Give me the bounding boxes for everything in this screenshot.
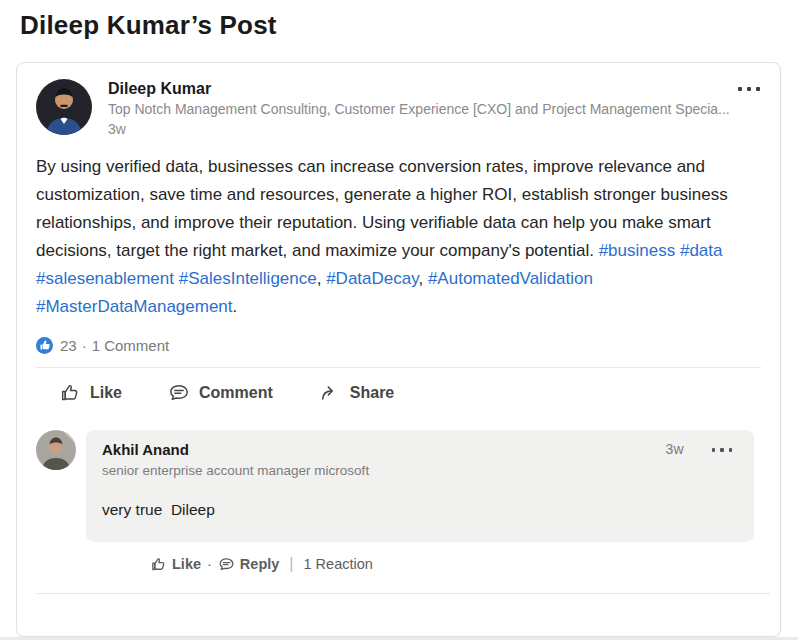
divider — [36, 593, 770, 594]
comment-like-label: Like — [172, 556, 201, 572]
count-separator: · — [82, 337, 87, 354]
post-card: Dileep Kumar Top Notch Management Consul… — [16, 62, 781, 637]
comment-like-button[interactable]: Like — [150, 556, 201, 573]
comment-overflow-menu-icon[interactable] — [706, 440, 739, 460]
hashtag-link[interactable]: #MasterDataManagement — [36, 297, 233, 316]
thumbs-up-icon — [59, 382, 81, 404]
commenter-headline: senior enterprise account manager micros… — [102, 462, 738, 480]
comment-reply-label: Reply — [240, 556, 280, 572]
post-timestamp: 3w — [108, 120, 732, 138]
comment-timestamp: 3w — [666, 441, 684, 457]
commenter-name[interactable]: Akhil Anand — [102, 440, 666, 460]
page-title: Dileep Kumar’s Post — [20, 10, 277, 41]
author-avatar[interactable] — [36, 79, 92, 135]
post-overflow-menu-icon[interactable] — [732, 79, 766, 99]
post-text-segment: . — [233, 297, 238, 316]
comment-section: Akhil Anand 3w senior enterprise account… — [17, 418, 780, 573]
reaction-count[interactable]: 23 — [60, 337, 77, 354]
author-headline: Top Notch Management Consulting, Custome… — [108, 100, 732, 119]
share-arrow-icon — [319, 382, 341, 404]
post-text-segment: , — [418, 269, 427, 288]
comment-count[interactable]: 1 Comment — [92, 337, 170, 354]
comment-header: Akhil Anand 3w — [102, 440, 738, 460]
share-button-label: Share — [350, 384, 394, 402]
commenter-avatar-image — [36, 430, 76, 470]
comment-main: Akhil Anand 3w senior enterprise account… — [86, 430, 754, 573]
post-page: Dileep Kumar’s Post Dileep Kumar Top Not… — [0, 0, 798, 640]
action-dot-separator: · — [207, 556, 212, 572]
thumbs-up-icon — [150, 556, 167, 573]
comment-action-bar: Like · Reply | 1 Reaction — [150, 555, 754, 573]
author-avatar-image — [36, 79, 92, 135]
comment-button[interactable]: Comment — [168, 382, 273, 404]
comment-reaction-count[interactable]: 1 Reaction — [304, 556, 373, 572]
hashtag-link[interactable]: #data — [680, 241, 723, 260]
author-name[interactable]: Dileep Kumar — [108, 79, 732, 99]
post-text-segment: , — [317, 269, 326, 288]
comment-bubble: Akhil Anand 3w senior enterprise account… — [86, 430, 754, 542]
post-body-text: By using verified data, businesses can i… — [36, 153, 760, 321]
hashtag-link[interactable]: #business — [599, 241, 676, 260]
post-header: Dileep Kumar Top Notch Management Consul… — [17, 63, 780, 138]
hashtag-link[interactable]: #DataDecay — [326, 269, 418, 288]
comment-bubble-icon — [168, 382, 190, 404]
author-info: Dileep Kumar Top Notch Management Consul… — [108, 79, 732, 138]
hashtag-link[interactable]: #AutomatedValidation — [428, 269, 593, 288]
commenter-avatar[interactable] — [36, 430, 76, 470]
like-button[interactable]: Like — [59, 382, 122, 404]
comment-bubble-icon — [218, 556, 235, 573]
hashtag-link[interactable]: #salesenablement — [36, 269, 174, 288]
action-bar-divider: | — [289, 555, 293, 573]
comment-reply-button[interactable]: Reply — [218, 556, 280, 573]
like-reaction-badge-icon[interactable] — [36, 337, 53, 354]
hashtag-link[interactable]: #SalesIntelligence — [179, 269, 317, 288]
post-action-bar: Like Comment Share — [17, 368, 780, 418]
comment-text: very true Dileep — [102, 500, 738, 520]
share-button[interactable]: Share — [319, 382, 394, 404]
like-button-label: Like — [90, 384, 122, 402]
social-counts: 23 · 1 Comment — [36, 333, 761, 357]
comment-button-label: Comment — [199, 384, 273, 402]
